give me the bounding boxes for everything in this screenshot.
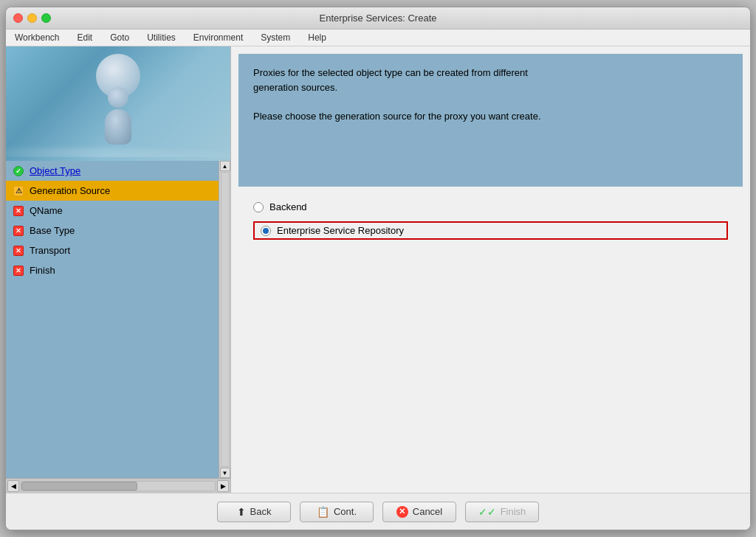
radio-backend[interactable] [253,202,264,212]
nav-label-transport: Transport [30,245,70,256]
radio-backend-label: Backend [269,201,307,212]
generation-source-icon: ⚠ [13,186,24,196]
nav-label-object-type: Object Type [30,165,80,176]
maximize-button[interactable] [41,13,51,23]
transport-icon: ✕ [13,246,24,256]
base-type-icon: ✕ [13,226,24,236]
h-scroll-track[interactable] [21,481,216,491]
scroll-track[interactable] [221,172,230,467]
finish-nav-icon: ✕ [13,266,24,276]
back-label: Back [250,506,272,517]
nav-item-finish[interactable]: ✕ Finish [6,260,219,280]
nav-item-qname[interactable]: ✕ QName [6,201,219,221]
finish-icon: ✓✓ [478,506,496,518]
main-window: Enterprise Services: Create Workbench Ed… [5,7,751,530]
radio-esr-label: Enterprise Service Repository [277,225,404,236]
back-icon: ⬆ [237,506,246,518]
scroll-left-arrow[interactable]: ◀ [7,480,19,492]
cancel-button[interactable]: ✕ Cancel [382,502,456,522]
radio-option-backend[interactable]: Backend [253,201,728,212]
nav-label-base-type: Base Type [30,225,75,236]
menu-bar: Workbench Edit Goto Utilities Environmen… [6,30,750,46]
menu-help[interactable]: Help [305,31,329,44]
menu-utilities[interactable]: Utilities [144,31,179,44]
back-button[interactable]: ⬆ Back [217,502,291,522]
wave-decoration [6,124,230,161]
menu-environment[interactable]: Environment [190,31,246,44]
traffic-lights [13,13,51,23]
cancel-label: Cancel [413,506,442,517]
bottom-bar: ⬆ Back 📋 Cont. ✕ Cancel ✓✓ Finish [6,493,750,530]
nav-item-object-type[interactable]: ✓ Object Type [6,161,219,181]
nav-label-qname: QName [30,205,63,216]
menu-workbench[interactable]: Workbench [12,31,62,44]
menu-edit[interactable]: Edit [74,31,95,44]
h-scroll-thumb [21,482,137,491]
object-type-icon: ✓ [13,166,24,176]
info-line4: Please choose the generation source for … [253,109,728,124]
cont-label: Cont. [334,506,357,517]
content-area: ✓ Object Type ⚠ Generation Source ✕ QNam… [6,46,750,493]
menu-goto[interactable]: Goto [107,31,132,44]
title-bar: Enterprise Services: Create [6,7,750,30]
finish-label: Finish [501,506,526,517]
nav-label-finish: Finish [30,265,55,276]
radio-section: Backend Enterprise Service Repository [231,187,750,254]
wizard-header-image [6,46,230,161]
spacer [231,254,750,493]
nav-item-base-type[interactable]: ✕ Base Type [6,221,219,240]
radio-option-esr-box[interactable]: Enterprise Service Repository [253,221,728,240]
menu-system[interactable]: System [258,31,293,44]
qname-icon: ✕ [13,206,24,216]
scroll-up-arrow[interactable]: ▲ [220,161,230,171]
right-panel: Proxies for the selected object type can… [231,46,750,493]
radio-esr[interactable] [261,226,271,236]
minimize-button[interactable] [27,13,37,23]
window-title: Enterprise Services: Create [320,13,437,24]
nav-item-transport[interactable]: ✕ Transport [6,240,219,260]
finish-button[interactable]: ✓✓ Finish [465,502,539,522]
figure-head [108,87,128,108]
cancel-icon: ✕ [396,506,408,518]
close-button[interactable] [13,13,23,23]
info-line1: Proxies for the selected object type can… [253,66,728,80]
nav-label-generation-source: Generation Source [30,185,110,196]
nav-item-generation-source[interactable]: ⚠ Generation Source [6,181,219,201]
horizontal-scrollbar: ◀ ▶ [6,478,230,493]
scroll-down-arrow[interactable]: ▼ [220,468,230,478]
left-panel: ✓ Object Type ⚠ Generation Source ✕ QNam… [6,46,231,493]
cont-button[interactable]: 📋 Cont. [300,502,374,522]
cont-icon: 📋 [317,506,329,518]
info-line2: generation sources. [253,80,728,95]
nav-list: ✓ Object Type ⚠ Generation Source ✕ QNam… [6,161,219,478]
nav-list-container: ✓ Object Type ⚠ Generation Source ✕ QNam… [6,161,230,478]
scroll-right-arrow[interactable]: ▶ [217,480,229,492]
vertical-scrollbar: ▲ ▼ [219,161,230,478]
info-box: Proxies for the selected object type can… [238,54,743,187]
